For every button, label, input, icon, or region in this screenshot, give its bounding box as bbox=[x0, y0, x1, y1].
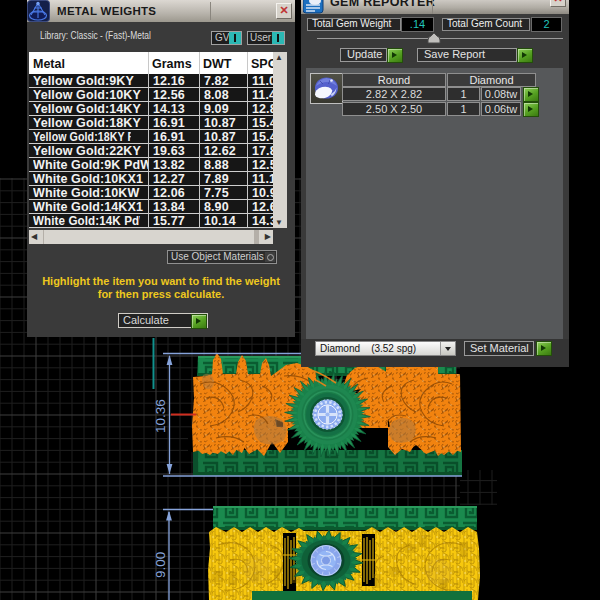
svg-text:10.36: 10.36 bbox=[153, 399, 168, 433]
svg-text:9.00: 9.00 bbox=[153, 552, 168, 578]
